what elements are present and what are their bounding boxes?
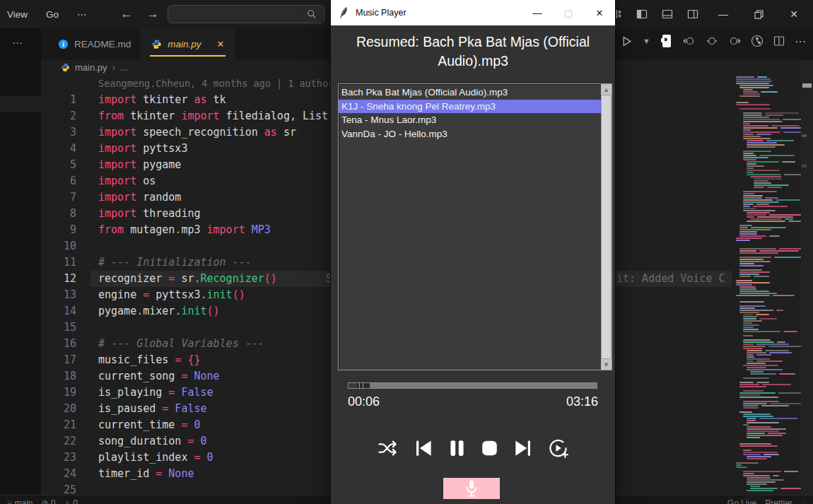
breadcrumb-more[interactable]: ... — [120, 62, 128, 73]
window-minimize-icon[interactable]: — — [708, 0, 738, 28]
line-number: 14 — [0, 303, 76, 320]
minimap-line — [743, 348, 763, 349]
code-text: engine = pyttsx3.init() — [98, 287, 245, 303]
history-forward-icon[interactable]: → — [147, 7, 159, 21]
stop-button[interactable] — [479, 438, 500, 459]
statusbar-item-prettier[interactable]: Prettier — [765, 498, 792, 504]
playlist-item[interactable]: K1J - Sneha knong Pel Reatrey.mp3 — [339, 100, 601, 114]
pause-button[interactable] — [447, 438, 467, 459]
previous-button[interactable] — [412, 438, 435, 459]
minimap-line — [776, 199, 800, 201]
window-restore-icon[interactable] — [744, 0, 773, 28]
playlist-scrollbar[interactable]: ▲ ▼ — [601, 84, 612, 370]
line-number: 4 — [0, 141, 76, 157]
command-center-search[interactable] — [168, 5, 324, 23]
run-button[interactable] — [621, 35, 633, 47]
commit-graph-icon[interactable] — [751, 35, 764, 47]
toggle-primary-sidebar-icon[interactable] — [632, 5, 652, 23]
minimap-line — [743, 471, 781, 472]
next-button[interactable] — [512, 438, 534, 459]
menu-item-[interactable]: ⋯ — [77, 8, 87, 20]
scroll-up-icon[interactable]: ▲ — [601, 84, 612, 95]
voice-command-button[interactable] — [443, 478, 500, 499]
minimap-line — [739, 248, 776, 250]
minimap-line — [747, 168, 754, 169]
shuffle-button[interactable] — [376, 438, 400, 459]
tab-close-icon[interactable]: ✕ — [217, 39, 225, 49]
minimap-line — [761, 91, 778, 93]
playlist-item[interactable]: Tena - Mnus Laor.mp3 — [339, 113, 601, 127]
minimap-line — [739, 384, 759, 385]
playlist-item[interactable]: Bach Pka Bat Mjas (Official Audio).mp3 — [339, 86, 601, 100]
minimap-line — [754, 184, 789, 186]
code-text: current_time = 0 — [98, 417, 201, 433]
run-dropdown-chevron-icon[interactable]: ▼ — [643, 37, 650, 45]
statusbar-item-go-live[interactable]: Go Live — [727, 498, 756, 504]
toggle-secondary-sidebar-icon[interactable] — [683, 5, 703, 23]
chevron-right-icon: › — [112, 62, 115, 73]
minimap-line — [769, 235, 780, 237]
minimap-line — [743, 136, 761, 137]
python-run-file-icon[interactable] — [660, 34, 673, 48]
minimap-line — [756, 344, 789, 345]
minimap-line — [754, 187, 764, 188]
player-minimize-icon[interactable]: — — [522, 0, 553, 25]
more-actions-icon[interactable]: ⋯ — [795, 35, 806, 48]
tab-main-py[interactable]: main.py ✕ — [141, 28, 235, 60]
minimap-line — [764, 454, 779, 455]
line-number: 18 — [0, 368, 76, 385]
playlist-item[interactable]: VannDa - JO - Hello.mp3 — [339, 127, 601, 141]
player-maximize-icon[interactable]: ▢ — [553, 0, 584, 25]
split-editor-icon[interactable] — [773, 35, 785, 47]
scroll-down-icon[interactable]: ▼ — [601, 359, 612, 370]
statusbar-item-0[interactable]: △ 0 — [64, 498, 78, 504]
minimap-line — [747, 369, 783, 370]
statusbar-item-0[interactable]: ⊘ 0 — [42, 498, 56, 504]
minimap-line — [756, 361, 783, 362]
minimap-line — [754, 276, 769, 277]
breadcrumb[interactable]: main.py › ... — [61, 62, 128, 73]
code-text: import tkinter as tk — [98, 92, 226, 108]
minimap-line — [743, 159, 756, 160]
minimap-line — [743, 341, 774, 343]
minimap-line — [743, 475, 770, 476]
seek-slider[interactable] — [348, 382, 597, 389]
desktop: ViewGo⋯ ← → — ✕ — [0, 0, 813, 504]
open-changes-icon[interactable] — [706, 35, 718, 47]
history-back-icon[interactable]: ← — [121, 7, 133, 21]
search-icon — [307, 9, 317, 19]
tab-readme[interactable]: i README.md — [48, 28, 141, 60]
breadcrumb-file[interactable]: main.py — [75, 62, 107, 73]
line-number: 22 — [0, 433, 76, 450]
player-titlebar[interactable]: Music Player — ▢ ✕ — [331, 0, 615, 25]
minimap-line — [739, 291, 769, 292]
playlist[interactable]: Bach Pka Bat Mjas (Official Audio).mp3K1… — [339, 84, 601, 370]
minimap-line — [747, 428, 786, 430]
scrollbar-track[interactable] — [801, 60, 813, 504]
menu-item-view[interactable]: View — [7, 9, 28, 20]
previous-change-icon[interactable] — [683, 35, 696, 47]
minimap-line — [769, 352, 791, 353]
minimap-line — [736, 238, 762, 239]
window-close-icon[interactable]: ✕ — [779, 0, 809, 28]
statusbar-item[interactable]: ◌ — [801, 498, 806, 504]
scrollbar-thumb[interactable] — [802, 83, 812, 88]
statusbar-item-main[interactable]: ⑂ main — [7, 498, 33, 504]
toggle-panel-icon[interactable] — [657, 5, 677, 23]
minimap-line — [753, 206, 788, 207]
playlist-scrollbar-thumb[interactable] — [601, 95, 612, 359]
minimap[interactable] — [733, 76, 801, 504]
minimap-line — [743, 473, 754, 474]
next-change-icon[interactable] — [727, 35, 741, 47]
player-close-icon[interactable]: ✕ — [584, 0, 615, 25]
player-controls — [331, 437, 615, 459]
minimap-line — [743, 89, 753, 90]
seek-thumb[interactable] — [357, 383, 370, 388]
minimap-line — [743, 344, 754, 345]
minimap-line — [739, 252, 778, 254]
gitlens-inline-blame-fragment: it: Added Voice C — [616, 271, 725, 287]
more-actions-icon[interactable]: ⋯ — [12, 37, 23, 49]
menu-item-go[interactable]: Go — [46, 9, 59, 20]
minimap-line — [743, 320, 762, 322]
autoplay-next-button[interactable] — [546, 437, 570, 459]
